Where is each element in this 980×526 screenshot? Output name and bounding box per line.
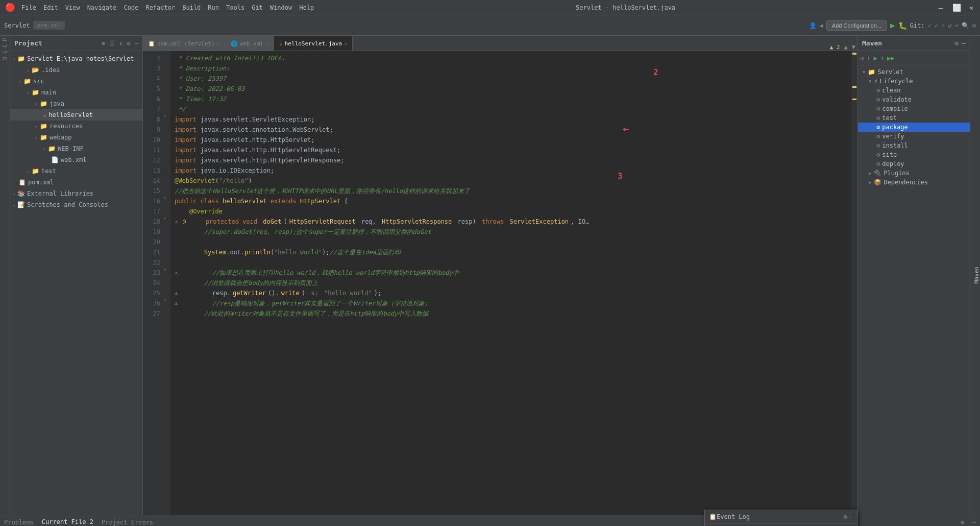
menu-window[interactable]: Window bbox=[270, 4, 292, 11]
git-check2[interactable]: ✓ bbox=[935, 22, 938, 29]
menu-edit[interactable]: Edit bbox=[43, 4, 58, 11]
maven-lifecycle-package[interactable]: ⚙ package bbox=[858, 123, 970, 132]
menu-view[interactable]: View bbox=[65, 4, 80, 11]
maven-expand-servlet[interactable]: ▾ bbox=[862, 68, 866, 76]
profile-icon[interactable]: 👤 bbox=[809, 22, 817, 29]
tree-item-idea[interactable]: ▸ 📂 .idea bbox=[10, 64, 142, 76]
git-check3[interactable]: ✓ bbox=[941, 22, 945, 29]
maven-add-icon[interactable]: + bbox=[880, 55, 884, 62]
sidebar-settings-icon[interactable]: ⚙ bbox=[127, 40, 131, 47]
menu-file[interactable]: File bbox=[21, 4, 36, 11]
git-check1[interactable]: ✓ bbox=[928, 22, 932, 29]
search-icon[interactable]: 🔍 bbox=[962, 22, 969, 29]
maven-item-dependencies[interactable]: ▸ 📦 Dependencies bbox=[858, 178, 970, 187]
settings-icon[interactable]: ⚙ bbox=[972, 22, 976, 29]
minimize-button[interactable]: — bbox=[937, 4, 944, 11]
run-button[interactable]: ▶ bbox=[890, 20, 895, 30]
project-errors-tab[interactable]: Project Errors bbox=[102, 515, 153, 526]
editor-tab-helloservlet[interactable]: ☕ helloServlet.java ✕ bbox=[274, 36, 353, 51]
fold-23[interactable]: ▾ bbox=[163, 266, 170, 276]
webxml-tab-close[interactable]: ✕ bbox=[265, 41, 268, 46]
git-revert[interactable]: ↩ bbox=[955, 22, 959, 29]
maven-expand-lifecycle[interactable]: ▾ bbox=[868, 78, 872, 85]
maven-run-all-icon[interactable]: ▶▶ bbox=[887, 55, 894, 62]
bottom-close-icon[interactable]: — bbox=[972, 519, 976, 526]
current-file-tab[interactable]: Current File 2 bbox=[42, 515, 93, 526]
event-log-settings[interactable]: ⚙ bbox=[844, 513, 847, 520]
git-refresh[interactable]: ↺ bbox=[948, 22, 951, 29]
db-tab-icon[interactable]: D bbox=[2, 57, 8, 60]
tree-item-webinf[interactable]: ▾ 📁 WEB-INF bbox=[10, 143, 142, 154]
maven-expand-plugins[interactable]: ▸ bbox=[868, 170, 872, 177]
tree-item-webxml[interactable]: 📄 web.xml bbox=[10, 154, 142, 165]
tree-item-src[interactable]: ▾ 📁 src bbox=[10, 76, 142, 87]
problems-tab[interactable]: Problems bbox=[4, 515, 34, 526]
maven-refresh-icon[interactable]: ↺ bbox=[860, 55, 864, 62]
tree-item-test[interactable]: ▸ 📁 test bbox=[10, 165, 142, 177]
git-tab-icon[interactable]: G bbox=[2, 51, 8, 54]
tree-item-servlet[interactable]: ▾ 📁 Servlet E:\java-notes\Servlet bbox=[10, 53, 142, 64]
maximize-button[interactable]: ⬜ bbox=[952, 4, 960, 11]
warning-indicator[interactable]: ▲ 2 bbox=[828, 44, 842, 51]
tree-item-webapp[interactable]: ▾ 📁 webapp bbox=[10, 132, 142, 143]
maven-run-icon[interactable]: ▶ bbox=[873, 55, 877, 62]
tree-item-java[interactable]: ▾ 📁 java bbox=[10, 98, 142, 109]
maven-settings-icon[interactable]: ⚙ bbox=[954, 39, 959, 47]
editor-scroll-up[interactable]: ▲ bbox=[842, 43, 850, 51]
maven-item-lifecycle[interactable]: ▾ ⚡ Lifecycle bbox=[858, 77, 970, 86]
bottom-settings-icon[interactable]: ⚙ bbox=[961, 519, 964, 526]
maven-lifecycle-compile[interactable]: ⚙ compile bbox=[858, 104, 970, 113]
event-log-close[interactable]: — bbox=[849, 513, 853, 520]
maven-lifecycle-clean[interactable]: ⚙ clean bbox=[858, 86, 970, 95]
code-editor-content[interactable]: * Created with IntelliJ IDEA. * Descript… bbox=[170, 51, 851, 515]
sidebar-close-icon[interactable]: — bbox=[135, 40, 138, 47]
menu-tools[interactable]: Tools bbox=[226, 4, 244, 11]
maven-lifecycle-validate[interactable]: ⚙ validate bbox=[858, 95, 970, 104]
maven-item-plugins[interactable]: ▸ 🔌 Plugins bbox=[858, 169, 970, 178]
menu-bar[interactable]: File Edit View Navigate Code Refactor Bu… bbox=[21, 4, 314, 11]
helloservlet-tab-close[interactable]: ✕ bbox=[344, 41, 347, 46]
editor-scrollbar[interactable] bbox=[851, 51, 857, 515]
tree-item-scratches[interactable]: ▸ 📝 Scratches and Consoles bbox=[10, 199, 142, 210]
maven-lifecycle-test[interactable]: ⚙ test bbox=[858, 113, 970, 123]
tree-expand-servlet[interactable]: ▾ bbox=[12, 56, 15, 62]
maven-lifecycle-install[interactable]: ⚙ install bbox=[858, 141, 970, 150]
menu-navigate[interactable]: Navigate bbox=[87, 4, 117, 11]
commit-tab-icon[interactable]: C bbox=[2, 44, 8, 47]
sidebar-sort-icon[interactable]: ↕ bbox=[119, 40, 122, 47]
maven-lifecycle-verify[interactable]: ⚙ verify bbox=[858, 132, 970, 141]
sidebar-collapse-icon[interactable]: ☰ bbox=[109, 40, 115, 47]
tree-item-main[interactable]: ▾ 📁 main bbox=[10, 87, 142, 98]
fold-8[interactable]: ▾ bbox=[163, 112, 170, 123]
maven-lifecycle-site[interactable]: ⚙ site bbox=[858, 150, 970, 159]
sidebar-scope-icon[interactable]: ⊕ bbox=[102, 40, 105, 47]
menu-code[interactable]: Code bbox=[124, 4, 139, 11]
maven-expand-dependencies[interactable]: ▸ bbox=[868, 179, 872, 186]
menu-build[interactable]: Build bbox=[182, 4, 201, 11]
maven-vtab[interactable]: Maven bbox=[973, 267, 980, 283]
pom-tab-close[interactable]: ✕ bbox=[217, 41, 220, 46]
pom-tab[interactable]: pom.xml bbox=[33, 21, 65, 30]
editor-scroll-down[interactable]: ▼ bbox=[850, 43, 857, 51]
fold-16[interactable]: ▾ bbox=[163, 194, 170, 204]
add-configuration-button[interactable]: Add Configuration... bbox=[826, 20, 887, 31]
fold-18[interactable]: ▾ bbox=[163, 214, 170, 225]
tree-item-pomxml[interactable]: 📋 pom.xml bbox=[10, 177, 142, 188]
tree-item-helloservlet[interactable]: ☕ helloServlet bbox=[10, 109, 142, 121]
maven-lifecycle-deploy[interactable]: ⚙ deploy bbox=[858, 159, 970, 169]
tree-item-external-libs[interactable]: ▸ 📚 External Libraries bbox=[10, 188, 142, 199]
project-tab-icon[interactable]: P bbox=[2, 38, 8, 41]
window-controls[interactable]: — ⬜ ✕ bbox=[937, 4, 975, 11]
maven-close-icon[interactable]: — bbox=[962, 39, 966, 47]
tree-item-resources[interactable]: ▸ 📁 resources bbox=[10, 121, 142, 132]
debug-button[interactable]: 🐛 bbox=[898, 21, 907, 30]
maven-item-servlet[interactable]: ▾ 📁 Servlet bbox=[858, 67, 970, 77]
close-button[interactable]: ✕ bbox=[968, 4, 975, 11]
editor-tab-pom[interactable]: 📋 pom.xml (Servlet) ✕ bbox=[143, 36, 226, 51]
menu-git[interactable]: Git bbox=[252, 4, 263, 11]
menu-run[interactable]: Run bbox=[208, 4, 219, 11]
menu-refactor[interactable]: Refactor bbox=[145, 4, 175, 11]
back-button[interactable]: ◀ bbox=[820, 22, 823, 29]
editor-tab-webxml[interactable]: 🌐 web.xml ✕ bbox=[226, 36, 274, 51]
fold-26[interactable]: ▾ bbox=[163, 296, 170, 306]
